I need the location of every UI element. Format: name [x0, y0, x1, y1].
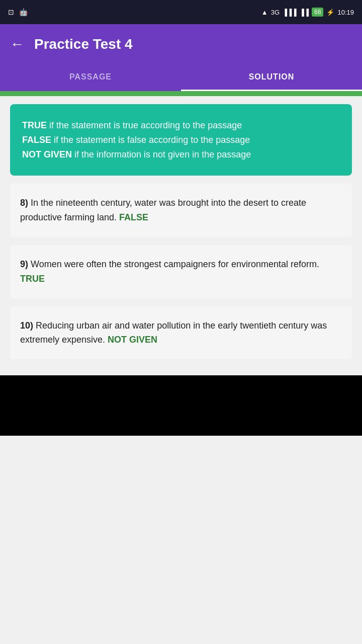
answer-10: NOT GIVEN [108, 335, 157, 345]
tab-solution[interactable]: SOLUTION [181, 64, 362, 91]
status-bar: ⊡ 🤖 ▲ 3G ▐▐▐ ▐▐ 68 ⚡ 10:19 [0, 0, 362, 24]
instruction-notgiven: NOT GIVEN if the information is not give… [22, 147, 340, 162]
question-card-9: 9) Women were often the strongest campai… [10, 245, 352, 298]
battery-level: 68 [312, 8, 323, 17]
back-button[interactable]: ← [10, 36, 24, 52]
screen-icon: ⊡ [8, 8, 14, 16]
answer-8: FALSE [119, 212, 148, 222]
time-display: 10:19 [337, 9, 354, 16]
instruction-false: FALSE if the statement is false accordin… [22, 133, 340, 147]
notgiven-keyword: NOT GIVEN [22, 149, 72, 159]
question-number-10: 10) [20, 320, 33, 331]
network-label: 3G [271, 9, 280, 16]
true-text: if the statement is true according to th… [47, 120, 242, 130]
signal2-icon: ▐▐ [300, 9, 309, 16]
question-number-8: 8) [20, 198, 28, 208]
question-text-8: In the nineteenth century, water was bro… [20, 198, 306, 222]
status-right-icons: ▲ 3G ▐▐▐ ▐▐ 68 ⚡ 10:19 [261, 8, 354, 17]
bottom-bar [0, 375, 362, 436]
true-keyword: TRUE [22, 120, 47, 130]
question-card-8: 8) In the nineteenth century, water was … [10, 184, 352, 237]
app-bar: ← Practice Test 4 [0, 24, 362, 64]
status-left-icons: ⊡ 🤖 [8, 8, 28, 16]
question-card-10: 10) Reducing urban air and water polluti… [10, 306, 352, 360]
false-text: if the statement is false according to t… [51, 135, 250, 145]
question-number-9: 9) [20, 259, 28, 269]
android-icon: 🤖 [19, 8, 28, 16]
notgiven-text: if the information is not given in the p… [72, 149, 251, 159]
answer-9: TRUE [20, 274, 45, 284]
question-text-10: Reducing urban air and water pollution i… [20, 320, 327, 345]
wifi-icon: ▲ [261, 9, 268, 16]
tab-bar: PASSAGE SOLUTION [0, 64, 362, 91]
signal-icon: ▐▐▐ [283, 9, 297, 16]
false-keyword: FALSE [22, 135, 51, 145]
charging-icon: ⚡ [326, 9, 334, 16]
page-title: Practice Test 4 [34, 36, 133, 52]
question-text-9: Women were often the strongest campaigne… [28, 259, 319, 269]
tab-passage[interactable]: PASSAGE [0, 64, 181, 91]
instruction-true: TRUE if the statement is true according … [22, 118, 340, 133]
instruction-card: TRUE if the statement is true according … [10, 104, 352, 176]
progress-strip [0, 91, 362, 96]
questions-container: 8) In the nineteenth century, water was … [0, 184, 362, 367]
